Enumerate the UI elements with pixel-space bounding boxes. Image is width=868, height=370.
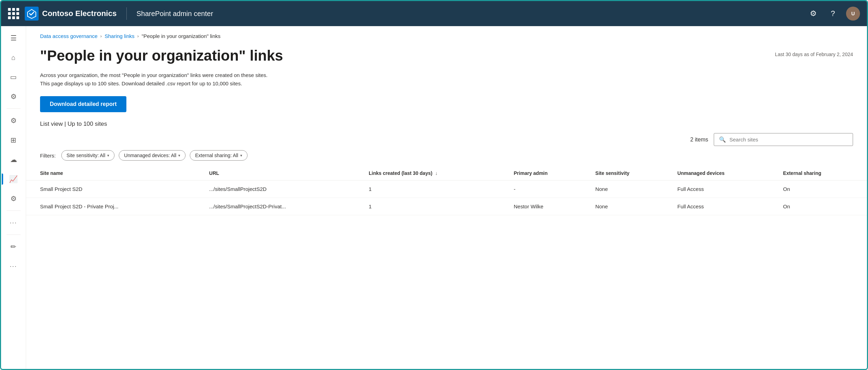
filter-unmanaged-devices-label: Unmanaged devices: All	[124, 153, 176, 158]
edit-icon: ✏	[10, 242, 16, 251]
breadcrumb-dag[interactable]: Data access governance	[40, 33, 97, 39]
col-site-name[interactable]: Site name	[26, 166, 204, 180]
brand: Contoso Electronics	[25, 7, 117, 21]
filters-bar: Filters: Site sensitivity: All ▾ Unmanag…	[26, 150, 867, 166]
admin-center-title: SharePoint admin center	[136, 10, 213, 18]
help-icon[interactable]: ?	[827, 7, 839, 20]
breadcrumb: Data access governance › Sharing links ›…	[26, 26, 867, 42]
filter-unmanaged-devices-chevron: ▾	[178, 153, 180, 158]
content-area: Data access governance › Sharing links ›…	[26, 26, 867, 369]
sidebar-item-analytics[interactable]: 📈	[5, 170, 23, 188]
cell-url-1: .../sites/SmallProjectS2D-Privat...	[204, 198, 363, 215]
list-view-label: List view | Up to 100 sites	[26, 121, 867, 133]
avatar[interactable]: U	[846, 7, 860, 21]
col-unmanaged-devices[interactable]: Unmanaged devices	[672, 166, 777, 180]
sidebar-item-dots-2[interactable]: ···	[5, 257, 23, 275]
filter-site-sensitivity-chevron: ▾	[107, 153, 109, 158]
more-dots-icon: ···	[10, 219, 17, 226]
list-view-suffix: | Up to 100 sites	[64, 121, 107, 127]
sidebar-item-cloud[interactable]: ☁	[5, 151, 23, 169]
date-info: Last 30 days as of February 2, 2024	[775, 47, 853, 57]
search-input[interactable]	[729, 137, 848, 142]
filter-icon: ⚙	[10, 92, 17, 101]
analytics-icon: 📈	[9, 175, 18, 183]
sidebar-item-more-settings[interactable]: ⚙	[5, 190, 23, 208]
page-description: Across your organization, the most "Peop…	[26, 64, 867, 88]
top-nav: Contoso Electronics SharePoint admin cen…	[1, 1, 867, 26]
breadcrumb-sep-1: ›	[100, 33, 102, 39]
gear-alt-icon: ⚙	[10, 194, 17, 203]
sidebar-item-edit[interactable]: ✏	[5, 238, 23, 256]
cell-unmanaged_devices-0: Full Access	[672, 180, 777, 198]
filter-site-sensitivity[interactable]: Site sensitivity: All ▾	[61, 150, 115, 161]
cell-external_sharing-1: On	[777, 198, 867, 215]
cell-site_sensitivity-1: None	[590, 198, 672, 215]
col-site-sensitivity[interactable]: Site sensitivity	[590, 166, 672, 180]
reports-icon: ⊞	[10, 136, 16, 144]
page-header: "People in your organization" links Last…	[26, 42, 867, 64]
sidebar-item-admin[interactable]: ⚙	[5, 111, 23, 130]
sort-down-icon: ↓	[435, 170, 438, 176]
col-links-created-label: Links created (last 30 days)	[369, 170, 432, 176]
col-primary-admin[interactable]: Primary admin	[508, 166, 590, 180]
filter-site-sensitivity-label: Site sensitivity: All	[67, 153, 105, 158]
filters-label: Filters:	[40, 153, 56, 159]
sidebar-item-reports[interactable]: ⊞	[5, 131, 23, 149]
ellipsis-icon: ···	[10, 263, 17, 270]
filter-external-sharing-chevron: ▾	[240, 153, 242, 158]
filter-external-sharing-label: External sharing: All	[195, 153, 238, 158]
cell-external_sharing-0: On	[777, 180, 867, 198]
cell-primary_admin-0: -	[508, 180, 590, 198]
data-table: Site name URL Links created (last 30 day…	[26, 166, 867, 215]
sidebar-item-dots-1[interactable]: ···	[5, 214, 23, 232]
col-url[interactable]: URL	[204, 166, 363, 180]
cell-primary_admin-1: Nestor Wilke	[508, 198, 590, 215]
table-row: Small Project S2D - Private Proj....../s…	[26, 198, 867, 215]
main-body: ☰ ⌂ ▭ ⚙ ⚙ ⊞ ☁ 📈	[1, 26, 867, 369]
col-external-sharing[interactable]: External sharing	[777, 166, 867, 180]
breadcrumb-sharing[interactable]: Sharing links	[104, 33, 134, 39]
list-view-text: List view	[40, 121, 63, 127]
app-launcher-icon[interactable]	[8, 8, 19, 19]
table-header-row: Site name URL Links created (last 30 day…	[26, 166, 867, 180]
admin-icon: ⚙	[10, 116, 17, 125]
desc-line1: Across your organization, the most "Peop…	[40, 71, 853, 79]
cell-site_name-1: Small Project S2D - Private Proj...	[26, 198, 204, 215]
col-links-created[interactable]: Links created (last 30 days) ↓	[363, 166, 508, 180]
breadcrumb-sep-2: ›	[137, 33, 139, 39]
top-nav-right: ⚙ ? U	[807, 7, 860, 21]
sidebar: ☰ ⌂ ▭ ⚙ ⚙ ⊞ ☁ 📈	[1, 26, 26, 369]
cell-unmanaged_devices-1: Full Access	[672, 198, 777, 215]
sidebar-divider-2	[7, 210, 21, 211]
cell-links_created-0: 1	[363, 180, 508, 198]
cloud-icon: ☁	[10, 155, 17, 164]
table-row: Small Project S2D.../sites/SmallProjectS…	[26, 180, 867, 198]
brand-name: Contoso Electronics	[42, 9, 117, 18]
filter-external-sharing[interactable]: External sharing: All ▾	[190, 150, 248, 161]
cell-links_created-1: 1	[363, 198, 508, 215]
sidebar-divider-3	[7, 234, 21, 235]
table-toolbar: 2 items 🔍	[26, 133, 867, 150]
nav-divider	[126, 7, 127, 20]
data-table-wrapper: Site name URL Links created (last 30 day…	[26, 166, 867, 215]
cell-site_name-0: Small Project S2D	[26, 180, 204, 198]
sidebar-item-home[interactable]: ⌂	[5, 48, 23, 67]
filter-unmanaged-devices[interactable]: Unmanaged devices: All ▾	[119, 150, 186, 161]
search-icon: 🔍	[719, 136, 726, 143]
brand-logo	[25, 7, 39, 21]
download-report-button[interactable]: Download detailed report	[40, 96, 126, 112]
cell-site_sensitivity-0: None	[590, 180, 672, 198]
sidebar-item-filters[interactable]: ⚙	[5, 87, 23, 106]
sites-icon: ▭	[10, 73, 17, 81]
desc-line2: This page displays up to 100 sites. Down…	[40, 79, 853, 88]
sidebar-item-sites[interactable]: ▭	[5, 68, 23, 86]
search-box[interactable]: 🔍	[714, 133, 853, 146]
page-title: "People in your organization" links	[40, 47, 283, 64]
hamburger-icon: ☰	[10, 34, 17, 42]
settings-icon[interactable]: ⚙	[807, 7, 820, 20]
items-count: 2 items	[690, 137, 708, 143]
sidebar-menu-toggle[interactable]: ☰	[5, 29, 23, 47]
sidebar-divider-1	[7, 108, 21, 109]
breadcrumb-current: "People in your organization" links	[142, 33, 221, 39]
cell-url-0: .../sites/SmallProjectS2D	[204, 180, 363, 198]
